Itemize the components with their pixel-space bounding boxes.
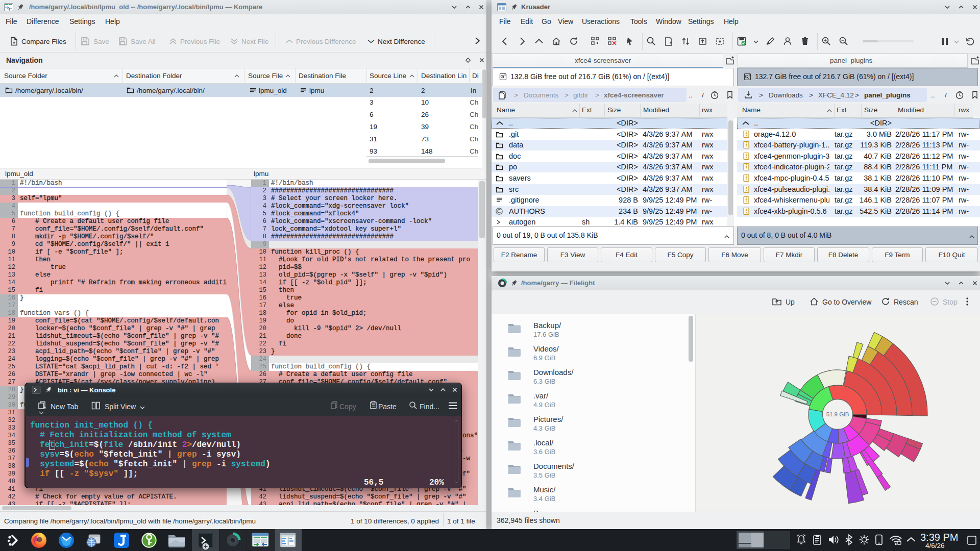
svg-text:51.9 GiB: 51.9 GiB [826,411,849,417]
